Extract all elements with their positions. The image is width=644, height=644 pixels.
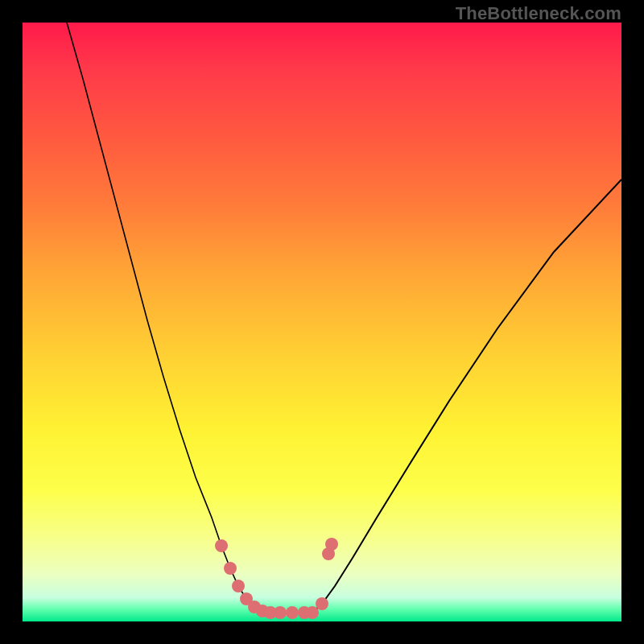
marker-point — [316, 597, 328, 610]
plot-area — [23, 23, 621, 621]
marker-group — [215, 538, 338, 619]
watermark-text: TheBottleneck.com — [456, 3, 621, 24]
curve-right-branch — [312, 180, 621, 613]
marker-point — [306, 606, 319, 619]
marker-point — [286, 606, 299, 619]
curve-left-branch — [67, 23, 269, 613]
marker-point — [232, 580, 245, 592]
marker-point — [274, 606, 287, 619]
marker-point — [325, 538, 338, 551]
marker-point — [215, 539, 228, 552]
marker-point — [224, 562, 237, 575]
chart-frame: TheBottleneck.com — [0, 0, 644, 644]
curve-layer — [23, 23, 621, 621]
